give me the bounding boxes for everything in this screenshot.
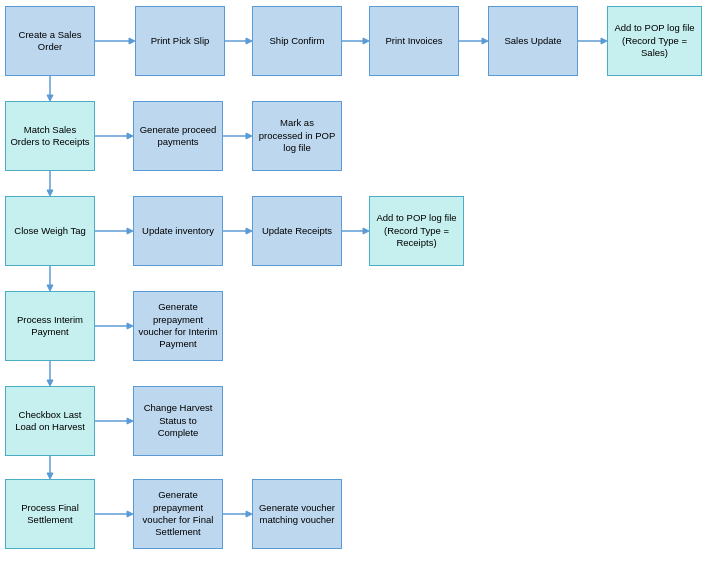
diagram: Create a Sales OrderPrint Pick SlipShip … (0, 0, 706, 563)
ship-confirm: Ship Confirm (252, 6, 342, 76)
mark-processed: Mark as processed in POP log file (252, 101, 342, 171)
update-receipts: Update Receipts (252, 196, 342, 266)
print-invoices: Print Invoices (369, 6, 459, 76)
update-inventory: Update inventory (133, 196, 223, 266)
generate-prepayment-interim: Generate prepayment voucher for Interim … (133, 291, 223, 361)
add-pop-sales: Add to POP log file (Record Type = Sales… (607, 6, 702, 76)
checkbox-last-load: Checkbox Last Load on Harvest (5, 386, 95, 456)
close-weigh-tag: Close Weigh Tag (5, 196, 95, 266)
process-interim-payment: Process Interim Payment (5, 291, 95, 361)
generate-proceed-payments: Generate proceed payments (133, 101, 223, 171)
match-sales-orders: Match Sales Orders to Receipts (5, 101, 95, 171)
sales-update: Sales Update (488, 6, 578, 76)
generate-voucher-matching: Generate voucher matching voucher (252, 479, 342, 549)
generate-prepayment-final: Generate prepayment voucher for Final Se… (133, 479, 223, 549)
print-pick-slip: Print Pick Slip (135, 6, 225, 76)
add-pop-receipts: Add to POP log file (Record Type = Recei… (369, 196, 464, 266)
change-harvest-status: Change Harvest Status to Complete (133, 386, 223, 456)
process-final-settlement: Process Final Settlement (5, 479, 95, 549)
create-sales-order: Create a Sales Order (5, 6, 95, 76)
